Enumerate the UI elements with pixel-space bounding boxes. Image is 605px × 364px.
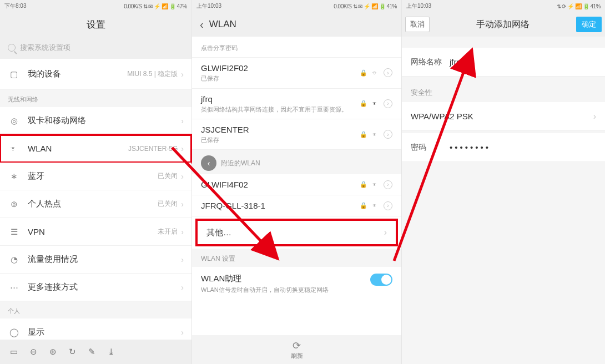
row-label: VPN (28, 227, 158, 236)
info-icon[interactable]: › (384, 68, 392, 77)
chevron-right-icon: › (181, 200, 184, 209)
device-icon: ▢ (8, 68, 20, 80)
wlan-row-jfrq[interactable]: jfrq 类似网络结构共享网络连接，因此不宜用于重要资源。 🔒 ᯤ › (192, 89, 401, 119)
wlan-status-icons: 🔒 ᯤ › (360, 201, 392, 210)
assist-toggle[interactable] (370, 274, 392, 286)
wlan-name: JFRQ-GLL-318-1 (201, 201, 360, 210)
refresh-circle-icon[interactable]: ‹ (201, 155, 216, 171)
field-password[interactable]: 密码 •••••••• (402, 133, 605, 162)
wlan-row-glwifi4f02[interactable]: GLWIFI4F02 🔒 ᯤ › (192, 174, 401, 195)
wlan-status-icons: 🔒 ᯤ › (360, 99, 392, 108)
vpn-icon: ☰ (8, 226, 20, 238)
row-hotspot[interactable]: ⊚ 个人热点 已关闭 › (0, 190, 191, 218)
hotspot-icon: ⊚ (8, 198, 20, 210)
wifi-icon: ᯤ (8, 143, 20, 155)
row-label: 我的设备 (28, 69, 127, 79)
row-label: 双卡和移动网络 (28, 115, 181, 126)
status-time: 上午10:03 (196, 2, 221, 10)
info-icon[interactable]: › (384, 180, 392, 189)
toolbar-zoom-out-icon[interactable]: ⊖ (30, 347, 37, 357)
wlan-row-jsjcenter[interactable]: JSJCENTER 已保存 🔒 ᯤ › (192, 119, 401, 150)
chevron-right-icon: › (181, 117, 184, 125)
section-network: 无线和网络 (0, 90, 191, 107)
password-value[interactable]: •••••••• (450, 143, 596, 152)
status-bar-3: 上午10:03 ⇅ ⟳ ⚡ 📶 🔋 41% (402, 0, 605, 12)
row-label: WLAN (28, 144, 128, 153)
toolbar-edit-icon[interactable]: ✎ (88, 347, 95, 357)
wlan-title: WLAN (209, 19, 236, 30)
row-dual-sim[interactable]: ◎ 双卡和移动网络 › (0, 107, 191, 135)
ok-button[interactable]: 确定 (576, 17, 602, 32)
row-data-usage[interactable]: ◔ 流量使用情况 › (0, 246, 191, 274)
panel-settings: 下午8:03 0.00K/S ⇅ ✉ ⚡ 📶 🔋 47% 设置 搜索系统设置项 … (0, 0, 192, 364)
password-label: 密码 (411, 143, 450, 153)
back-button[interactable]: ‹ (200, 18, 204, 31)
lock-icon: 🔒 (360, 202, 367, 209)
toolbar-back-icon[interactable]: ▭ (10, 347, 18, 357)
wlan-row-share[interactable]: 点击分享密码 (192, 37, 401, 58)
wlan-name: GLWIFI2F02 (201, 63, 360, 73)
chevron-right-icon: › (593, 112, 596, 122)
status-icons: ⇅ ⟳ ⚡ 📶 🔋 41% (557, 3, 601, 9)
status-bar-2: 上午10:03 0.00K/S ⇅ ✉ ⚡ 📶 🔋 41% (192, 0, 401, 12)
wifi-icon: ᯤ (372, 69, 379, 77)
lock-icon: 🔒 (360, 181, 367, 188)
search-placeholder: 搜索系统设置项 (20, 43, 70, 53)
cancel-button[interactable]: 取消 (405, 17, 430, 32)
status-icons: 0.00K/S ⇅ ✉ ⚡ 📶 🔋 47% (124, 3, 187, 9)
row-wlan[interactable]: ᯤ WLAN JSJCENTER-5G › (0, 135, 191, 163)
wlan-row-other[interactable]: 其他… › (195, 219, 398, 246)
wlan-row-glwifi2f02[interactable]: GLWIFI2F02 已保存 🔒 ᯤ › (192, 58, 401, 88)
refresh-label: 刷新 (291, 352, 303, 360)
security-label: 安全性 (402, 79, 605, 102)
section-personal: 个人 (0, 301, 191, 318)
lock-icon: 🔒 (360, 69, 367, 77)
chevron-right-icon: › (181, 328, 184, 337)
row-value: JSJCENTER-5G (128, 145, 178, 153)
wlan-name: jfrq (201, 94, 360, 104)
row-label: 蓝牙 (28, 171, 158, 181)
wlan-share-label: 点击分享密码 (201, 44, 392, 52)
status-icons: 0.00K/S ⇅ ✉ ⚡ 📶 🔋 41% (334, 3, 397, 9)
row-bluetooth[interactable]: ∗ 蓝牙 已关闭 › (0, 163, 191, 190)
info-icon[interactable]: › (384, 130, 392, 139)
wifi-icon: ᯤ (372, 201, 379, 210)
wlan-status-icons: 🔒 ᯤ › (360, 180, 392, 189)
panel-wlan-list: 上午10:03 0.00K/S ⇅ ✉ ⚡ 📶 🔋 41% ‹ WLAN 点击分… (192, 0, 402, 364)
chevron-right-icon: › (384, 228, 387, 237)
toolbar-zoom-in-icon[interactable]: ⊕ (49, 347, 57, 357)
row-label: 个人热点 (28, 199, 158, 209)
row-label: 更多连接方式 (28, 282, 181, 292)
wlan-row-jfrq-gll[interactable]: JFRQ-GLL-318-1 🔒 ᯤ › (192, 195, 401, 216)
bottom-refresh[interactable]: ⟳ 刷新 (192, 335, 401, 364)
info-icon[interactable]: › (384, 99, 392, 108)
data-icon: ◔ (8, 254, 20, 266)
wlan-status-icons: 🔒 ᯤ › (360, 68, 392, 77)
wlan-name: GLWIFI4F02 (201, 180, 360, 189)
row-value: 已关闭 (158, 171, 178, 181)
subhead-available: ‹ 附近的WLAN (192, 150, 401, 174)
panel-add-network: 上午10:03 ⇅ ⟳ ⚡ 📶 🔋 41% 取消 手动添加网络 确定 网络名称 … (402, 0, 605, 364)
field-network-name[interactable]: 网络名称 jfrq (402, 48, 605, 77)
search-bar[interactable]: 搜索系统设置项 (0, 37, 191, 59)
chevron-right-icon: › (181, 70, 184, 79)
row-more-connections[interactable]: ⋯ 更多连接方式 › (0, 274, 191, 301)
wlan-assistant-row[interactable]: WLAN助理 WLAN信号差时自动开启，自动切换更稳定网络 (192, 267, 401, 301)
row-my-device[interactable]: ▢ 我的设备 MIUI 8.5 | 稳定版 › (0, 59, 191, 90)
row-vpn[interactable]: ☰ VPN 未开启 › (0, 218, 191, 246)
field-security[interactable]: WPA/WPA2 PSK › (402, 102, 605, 131)
toolbar-redo-icon[interactable]: ↻ (69, 347, 76, 357)
info-icon[interactable]: › (384, 201, 392, 210)
other-label: 其他… (206, 228, 384, 238)
chevron-right-icon: › (181, 172, 184, 181)
assist-title: WLAN助理 (201, 274, 370, 284)
display-icon: ◯ (8, 326, 20, 338)
row-value: 未开启 (158, 227, 178, 236)
lock-icon: 🔒 (360, 131, 367, 138)
status-time: 上午10:03 (406, 2, 431, 10)
refresh-icon: ⟳ (293, 340, 301, 352)
wifi-icon: ᯤ (372, 180, 379, 189)
name-value[interactable]: jfrq (450, 57, 596, 67)
bluetooth-icon: ∗ (8, 170, 20, 183)
toolbar-download-icon[interactable]: ⤓ (108, 347, 115, 357)
